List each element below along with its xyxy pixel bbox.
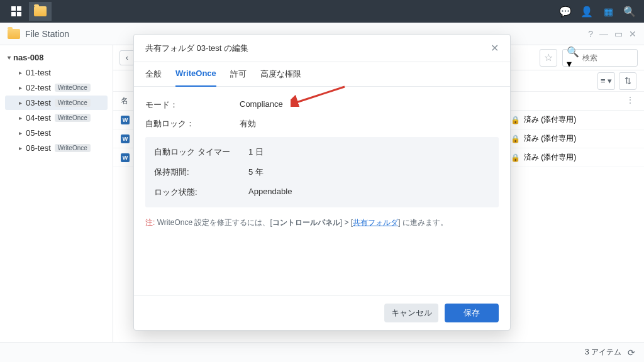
edit-shared-folder-dialog: 共有フォルダ 03-test の編集 ✕ 全般 WriteOnce 許可 高度な… bbox=[133, 34, 511, 331]
chevron-right-icon: ▸ bbox=[19, 99, 22, 106]
lock-icon: 🔒 bbox=[511, 134, 520, 143]
close-window-button[interactable]: ✕ bbox=[629, 29, 636, 39]
status-bar: 3 アイテム ⟳ bbox=[0, 342, 644, 362]
timer-label: 自動ロック タイマー bbox=[154, 146, 248, 158]
timer-value: 1 日 bbox=[248, 146, 264, 158]
autolock-value: 有効 bbox=[240, 118, 256, 129]
chevron-down-icon: ▾ bbox=[8, 54, 11, 61]
system-taskbar: 💬 👤 ▦ 🔍 bbox=[0, 0, 644, 23]
tree-root[interactable]: ▾ nas-008 bbox=[3, 50, 110, 65]
tree-root-label: nas-008 bbox=[13, 53, 43, 62]
worm-file-icon: W bbox=[121, 116, 130, 124]
folder-tree: ▾ nas-008 ▸01-test ▸02-testWriteOnce ▸03… bbox=[0, 45, 113, 342]
retention-value: 5 年 bbox=[248, 167, 264, 178]
chevron-right-icon: ▸ bbox=[19, 145, 22, 151]
tree-item-03[interactable]: ▸03-testWriteOnce bbox=[5, 96, 108, 110]
note-text: 注: WriteOnce 設定を修正するには、[コントロールパネル] > [共有… bbox=[145, 217, 499, 228]
search-system-icon[interactable]: 🔍 bbox=[620, 2, 639, 21]
dialog-title: 共有フォルダ 03-test の編集 bbox=[145, 43, 248, 54]
minimize-button[interactable]: — bbox=[599, 29, 608, 39]
worm-file-icon: W bbox=[121, 153, 130, 162]
chevron-right-icon: ▸ bbox=[19, 114, 22, 121]
save-button[interactable]: 保存 bbox=[445, 304, 499, 322]
chevron-right-icon: ▸ bbox=[19, 69, 22, 76]
lockstate-label: ロック状態: bbox=[154, 187, 248, 198]
help-button[interactable]: ? bbox=[588, 29, 593, 39]
tree-item-04[interactable]: ▸04-testWriteOnce bbox=[5, 111, 108, 125]
window-title: File Station bbox=[25, 29, 69, 39]
list-view-button[interactable]: ≡ ▾ bbox=[597, 72, 615, 90]
lockstate-value: Appendable bbox=[248, 187, 292, 198]
chevron-right-icon: ▸ bbox=[19, 84, 22, 91]
lock-details-block: 自動ロック タイマー1 日 保持期間:5 年 ロック状態:Appendable bbox=[145, 137, 499, 207]
apps-grid-button[interactable] bbox=[5, 2, 28, 21]
tree-item-06[interactable]: ▸06-testWriteOnce bbox=[5, 141, 108, 155]
writeonce-badge: WriteOnce bbox=[55, 99, 91, 107]
chat-icon[interactable]: 💬 bbox=[556, 2, 575, 21]
autolock-label: 自動ロック： bbox=[145, 118, 240, 129]
user-icon[interactable]: 👤 bbox=[577, 2, 596, 21]
search-icon: 🔍▾ bbox=[567, 46, 580, 70]
item-count: 3 アイテム bbox=[585, 347, 621, 358]
search-input[interactable] bbox=[582, 53, 633, 62]
tree-item-01[interactable]: ▸01-test bbox=[5, 65, 108, 80]
app-folder-icon bbox=[8, 29, 20, 39]
retention-label: 保持期間: bbox=[154, 167, 248, 178]
filestation-task-button[interactable] bbox=[29, 2, 52, 21]
favorite-button[interactable]: ☆ bbox=[540, 49, 557, 67]
nav-back-button[interactable]: ‹ bbox=[119, 50, 135, 65]
search-field[interactable]: 🔍▾ bbox=[562, 49, 638, 67]
worm-file-icon: W bbox=[121, 134, 130, 143]
column-menu-button[interactable]: ⋮ bbox=[624, 96, 636, 106]
tab-general[interactable]: 全般 bbox=[145, 62, 162, 86]
writeonce-badge: WriteOnce bbox=[55, 114, 91, 122]
cancel-button[interactable]: キャンセル bbox=[384, 304, 438, 322]
tree-item-05[interactable]: ▸05-test bbox=[5, 126, 108, 140]
dialog-close-button[interactable]: ✕ bbox=[491, 42, 499, 54]
widgets-icon[interactable]: ▦ bbox=[599, 2, 618, 21]
tab-advanced-permissions[interactable]: 高度な権限 bbox=[260, 62, 301, 86]
tree-item-02[interactable]: ▸02-testWriteOnce bbox=[5, 80, 108, 95]
maximize-button[interactable]: ▭ bbox=[614, 29, 623, 39]
mode-label: モード： bbox=[145, 99, 240, 111]
lock-icon: 🔒 bbox=[511, 153, 520, 162]
shared-folder-link[interactable]: 共有フォルダ bbox=[353, 218, 398, 227]
tab-permissions[interactable]: 許可 bbox=[230, 62, 247, 86]
tab-writeonce[interactable]: WriteOnce bbox=[175, 62, 216, 86]
reload-button[interactable]: ⟳ bbox=[628, 348, 635, 358]
chevron-right-icon: ▸ bbox=[19, 129, 22, 136]
writeonce-badge: WriteOnce bbox=[55, 144, 91, 152]
lock-icon: 🔒 bbox=[511, 116, 520, 124]
mode-value: Compliance bbox=[240, 99, 283, 111]
sort-button[interactable]: ⇅ bbox=[619, 72, 636, 90]
writeonce-badge: WriteOnce bbox=[55, 84, 91, 92]
